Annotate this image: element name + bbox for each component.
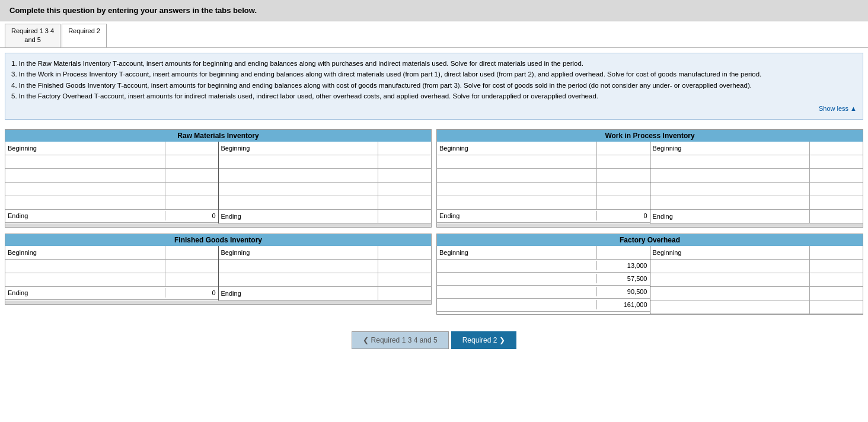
- fg-right-col: Beginning Ending: [219, 246, 432, 300]
- rm-right-row-0: Beginning: [219, 142, 432, 155]
- rm-right-row-4: [219, 196, 432, 210]
- raw-materials-body: Beginning: [5, 142, 431, 223]
- instruction-1: 1. In the Raw Materials Inventory T-acco…: [11, 58, 857, 69]
- rm-right-row-5: Ending: [219, 210, 432, 223]
- factory-overhead-body: Beginning 13,000 57,500 90,500: [437, 246, 863, 314]
- rm-right-row-2: [219, 169, 432, 183]
- wip-header: Work in Process Inventory: [437, 130, 863, 142]
- rm-right-row-1: [219, 155, 432, 169]
- rm-right-input-3[interactable]: [378, 183, 431, 196]
- fo-right-col: Beginning: [650, 246, 863, 314]
- fo-right-input-3[interactable]: [809, 287, 863, 300]
- tab-required-1345[interactable]: Required 1 3 4 and 5: [5, 24, 60, 47]
- wip-left-input-4[interactable]: [596, 196, 650, 209]
- wip-left-input-1[interactable]: [596, 155, 650, 168]
- right-section: Work in Process Inventory Beginning: [436, 129, 863, 321]
- fg-left-input-0[interactable]: [165, 246, 218, 259]
- rm-right-row-3: [219, 183, 432, 196]
- wip-right-col: Beginning: [650, 142, 863, 223]
- raw-materials-header: Raw Materials Inventory: [5, 130, 431, 142]
- instructions-box: 1. In the Raw Materials Inventory T-acco…: [5, 53, 863, 120]
- fg-left-input-1[interactable]: [165, 260, 218, 273]
- bottom-nav: ❮ Required 1 3 4 and 5 Required 2 ❯: [0, 331, 868, 349]
- fg-right-input-2[interactable]: [378, 273, 431, 286]
- show-less-link[interactable]: Show less ▲: [11, 104, 857, 114]
- rm-right-input-0[interactable]: [378, 142, 431, 155]
- fg-right-input-1[interactable]: [378, 260, 431, 273]
- wip-right-input-1[interactable]: [809, 155, 863, 168]
- wip-left-input-0[interactable]: [596, 142, 650, 155]
- left-section: Raw Materials Inventory Beginning: [5, 129, 432, 321]
- fo-right-input-1[interactable]: [809, 260, 863, 273]
- fo-left-col: Beginning 13,000 57,500 90,500: [437, 246, 650, 314]
- wip-ending-value: 0: [596, 211, 650, 220]
- next-button[interactable]: Required 2 ❯: [451, 331, 516, 349]
- fo-value-2: 57,500: [596, 274, 650, 283]
- rm-ending-value: 0: [165, 211, 218, 220]
- wip-right-input-4[interactable]: [809, 196, 863, 209]
- rm-left-label-0: Beginning: [5, 143, 165, 153]
- rm-left-row-4: [5, 196, 218, 210]
- fg-divider: [5, 300, 431, 304]
- fo-right-input-0[interactable]: [809, 246, 863, 259]
- fo-value-3: 90,500: [596, 287, 650, 296]
- prev-button[interactable]: ❮ Required 1 3 4 and 5: [352, 331, 448, 349]
- raw-materials-left-col: Beginning: [5, 142, 218, 223]
- wip-left-col: Beginning: [437, 142, 650, 223]
- wip-body: Beginning: [437, 142, 863, 223]
- wip-left-input-3[interactable]: [596, 183, 650, 196]
- fg-right-input-3[interactable]: [378, 287, 431, 300]
- wip-right-input-5[interactable]: [809, 210, 863, 223]
- finished-goods-header: Finished Goods Inventory: [5, 234, 431, 246]
- top-banner: Complete this question by entering your …: [0, 0, 868, 21]
- fo-right-input-4[interactable]: [809, 300, 863, 314]
- t-accounts-area: Raw Materials Inventory Beginning: [0, 124, 868, 325]
- finished-goods-account: Finished Goods Inventory Beginning: [5, 234, 432, 305]
- rm-right-input-2[interactable]: [378, 169, 431, 182]
- fo-value-1: 13,000: [596, 261, 650, 270]
- rm-left-input-3[interactable]: [165, 183, 218, 196]
- rm-left-input-4[interactable]: [165, 196, 218, 209]
- rm-left-row-0: Beginning: [5, 142, 218, 155]
- wip-divider: [437, 223, 863, 227]
- factory-overhead-header: Factory Overhead: [437, 234, 863, 246]
- fo-left-input-0[interactable]: [596, 246, 650, 259]
- fg-left-input-2[interactable]: [165, 273, 218, 286]
- instruction-3: 3. In the Work in Process Inventory T-ac…: [11, 69, 857, 79]
- wip-right-input-3[interactable]: [809, 183, 863, 196]
- raw-materials-right-col: Beginning: [219, 142, 432, 223]
- rm-left-row-1: [5, 155, 218, 169]
- rm-right-input-1[interactable]: [378, 155, 431, 168]
- instruction-5: 5. In the Factory Overhead T-account, in…: [11, 91, 857, 101]
- factory-overhead-account: Factory Overhead Beginning 13,000 57,500: [436, 234, 863, 315]
- fg-ending-value: 0: [165, 288, 218, 298]
- fg-right-input-0[interactable]: [378, 246, 431, 259]
- rm-right-input-5[interactable]: [378, 210, 431, 223]
- rm-left-input-1[interactable]: [165, 155, 218, 168]
- rm-left-input-2[interactable]: [165, 169, 218, 182]
- wip-right-input-0[interactable]: [809, 142, 863, 155]
- raw-materials-account: Raw Materials Inventory Beginning: [5, 129, 432, 228]
- banner-text: Complete this question by entering your …: [9, 6, 257, 15]
- tabs-row: Required 1 3 4 and 5 Required 2: [0, 24, 868, 48]
- fo-right-input-2[interactable]: [809, 273, 863, 286]
- wip-left-input-2[interactable]: [596, 169, 650, 182]
- rm-left-row-3: [5, 183, 218, 196]
- rm-divider: [5, 223, 431, 227]
- rm-left-row-2: [5, 169, 218, 183]
- wip-right-input-2[interactable]: [809, 169, 863, 182]
- finished-goods-body: Beginning Ending 0: [5, 246, 431, 300]
- rm-left-row-5: Ending 0: [5, 210, 218, 223]
- fo-value-4: 161,000: [596, 300, 650, 309]
- rm-left-input-0[interactable]: [165, 142, 218, 155]
- fg-left-col: Beginning Ending 0: [5, 246, 218, 300]
- instruction-4: 4. In the Finished Goods Inventory T-acc…: [11, 80, 857, 91]
- wip-account: Work in Process Inventory Beginning: [436, 129, 863, 228]
- tab-required-2[interactable]: Required 2: [62, 24, 107, 47]
- rm-right-input-4[interactable]: [378, 196, 431, 209]
